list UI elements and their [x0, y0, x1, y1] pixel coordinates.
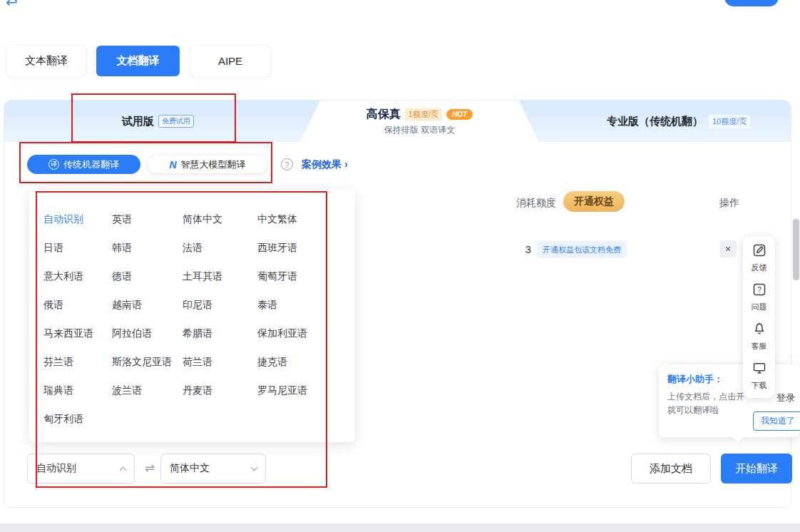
bell-icon [752, 322, 766, 339]
engine-smart-label: 智慧大模型翻译 [181, 158, 246, 171]
trial-plan-label: 试用版 [122, 115, 154, 128]
swap-languages-icon[interactable]: ⇌ [145, 461, 155, 476]
engine-traditional-label: 传统机器翻译 [63, 158, 119, 171]
column-header-action: 操作 [719, 197, 739, 210]
engine-traditional-button[interactable]: 译 传统机器翻译 [27, 155, 140, 174]
language-option[interactable]: 罗马尼亚语 [257, 384, 341, 397]
case-examples-link[interactable]: 案例效果 › [302, 158, 348, 171]
column-header-quota: 消耗额度 [516, 197, 556, 210]
chevron-up-icon [120, 466, 127, 474]
language-option[interactable]: 泰语 [257, 299, 341, 312]
plan-tab-hifi[interactable]: 高保真 1额度/页 HOT 保持排版 双语译文 [300, 101, 539, 142]
language-option[interactable]: 匈牙利语 [43, 413, 112, 426]
download-button[interactable]: 下载 [752, 361, 767, 391]
pro-plan-label: 专业版（传统机翻） [607, 115, 703, 128]
language-option[interactable]: 俄语 [43, 299, 112, 312]
plan-tab-trial[interactable]: 试用版 免费试用 [122, 101, 194, 142]
vertical-scrollbar[interactable] [793, 219, 799, 280]
language-option[interactable]: 自动识别 [43, 213, 112, 226]
hot-badge: HOT [446, 109, 473, 120]
plan-tab-pro[interactable]: 专业版（传统机翻） 10额度/页 [607, 101, 750, 142]
question-button[interactable]: ? 问题 [752, 282, 767, 312]
customer-service-button[interactable]: 客服 [752, 322, 767, 352]
help-icon[interactable]: ? [281, 158, 293, 170]
language-option[interactable]: 荷兰语 [183, 356, 257, 369]
download-label: 下载 [752, 380, 767, 391]
chevron-down-icon [251, 464, 258, 471]
language-option[interactable]: 德语 [112, 270, 183, 283]
language-option[interactable]: 法语 [183, 242, 257, 255]
plan-tabs-header: 试用版 免费试用 高保真 1额度/页 HOT 保持排版 双语译文 专业版（传统机… [4, 101, 791, 142]
feedback-button[interactable]: 反馈 [752, 243, 767, 273]
engine-smart-button[interactable]: N 智慧大模型翻译 [147, 155, 268, 174]
language-option[interactable]: 斯洛文尼亚语 [112, 356, 183, 369]
source-language-value: 自动识别 [36, 462, 76, 475]
tooltip-confirm-button[interactable]: 我知道了 [753, 411, 800, 431]
doc-quota-value: 3 [525, 244, 531, 255]
hifi-plan-subtitle: 保持排版 双语译文 [384, 124, 455, 136]
start-translate-button[interactable]: 开始翻译 [721, 454, 792, 484]
language-option[interactable]: 中文繁体 [257, 213, 341, 226]
source-language-select[interactable]: 自动识别 [27, 454, 135, 484]
language-option[interactable]: 保加利亚语 [257, 327, 341, 340]
language-option[interactable]: 简体中文 [183, 213, 257, 226]
target-language-select[interactable]: 简体中文 [160, 454, 266, 484]
ai-model-icon: N [169, 159, 176, 170]
language-option[interactable]: 意大利语 [43, 270, 112, 283]
add-document-button[interactable]: 添加文档 [631, 454, 711, 484]
question-icon: ? [752, 282, 766, 300]
language-option[interactable]: 土耳其语 [183, 270, 257, 283]
feedback-label: 反馈 [752, 262, 767, 273]
language-option[interactable]: 日语 [43, 242, 112, 255]
doc-translation-app: ↩ 文本翻译 文档翻译 AIPE 试用版 免费试用 高保真 1额度/页 HOT … [0, 0, 800, 532]
language-option[interactable]: 英语 [112, 213, 183, 226]
language-option[interactable]: 芬兰语 [43, 356, 112, 369]
tab-doc-translate[interactable]: 文档翻译 [96, 46, 180, 76]
svg-text:?: ? [757, 286, 761, 294]
monitor-icon [752, 361, 766, 378]
language-option[interactable]: 丹麦语 [183, 384, 257, 397]
hifi-plan-label: 高保真 [366, 107, 401, 122]
question-label: 问题 [752, 302, 767, 312]
language-option[interactable]: 阿拉伯语 [112, 327, 183, 340]
feedback-icon [752, 243, 766, 260]
free-trial-badge: 免费试用 [158, 115, 194, 128]
login-link[interactable]: 登录 [776, 392, 795, 404]
back-icon[interactable]: ↩ [6, 0, 18, 11]
language-option[interactable]: 希腊语 [183, 327, 257, 340]
translate-icon: 译 [48, 159, 59, 170]
language-option[interactable]: 瑞典语 [43, 384, 112, 397]
topbar-primary-button[interactable] [724, 0, 779, 6]
pro-quota-badge: 10额度/页 [709, 115, 750, 128]
language-grid: 自动识别英语简体中文中文繁体日语韩语法语西班牙语意大利语德语土耳其语葡萄牙语俄语… [43, 205, 341, 434]
hifi-title-row: 高保真 1额度/页 HOT [366, 107, 473, 122]
tab-aipe[interactable]: AIPE [190, 46, 270, 76]
target-language-value: 简体中文 [170, 462, 210, 475]
tab-text-translate[interactable]: 文本翻译 [7, 46, 86, 76]
page-bottom-strip [0, 523, 800, 532]
language-option[interactable]: 波兰语 [112, 384, 183, 397]
activate-benefits-button[interactable]: 开通权益 [563, 191, 625, 212]
language-dropdown-panel: 自动识别英语简体中文中文繁体日语韩语法语西班牙语意大利语德语土耳其语葡萄牙语俄语… [29, 190, 355, 442]
language-option[interactable]: 西班牙语 [257, 242, 341, 255]
language-option[interactable]: 捷克语 [257, 356, 341, 369]
language-option[interactable]: 印尼语 [183, 299, 257, 312]
customer-service-label: 客服 [752, 341, 767, 352]
hifi-quota-badge: 1额度/页 [405, 108, 442, 121]
language-option[interactable]: 韩语 [112, 242, 183, 255]
language-option[interactable]: 葡萄牙语 [257, 270, 341, 283]
language-option[interactable]: 马来西亚语 [43, 327, 112, 340]
doc-benefit-note[interactable]: 开通权益包该文档免费 [537, 241, 627, 258]
floating-toolbar: 反馈 ? 问题 客服 [743, 236, 775, 398]
doc-translate-panel: 试用版 免费试用 高保真 1额度/页 HOT 保持排版 双语译文 专业版（传统机… [4, 100, 791, 508]
language-option[interactable]: 越南语 [112, 299, 183, 312]
remove-doc-button[interactable]: × [719, 240, 737, 257]
mode-tabs: 文本翻译 文档翻译 AIPE [7, 46, 270, 76]
